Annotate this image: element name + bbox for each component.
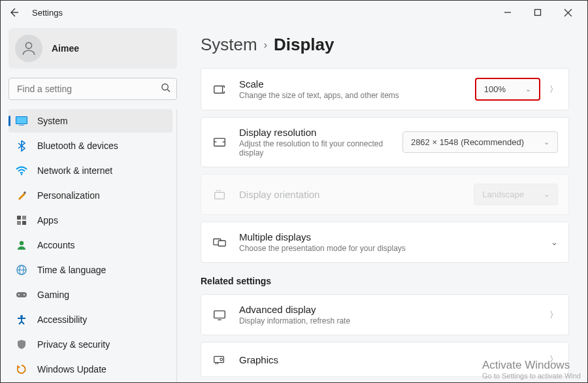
svg-rect-13 (22, 216, 26, 220)
chevron-down-icon[interactable]: ⌄ (551, 237, 558, 247)
sidebar-item-accounts[interactable]: Accounts (8, 233, 172, 257)
sidebar-item-privacy-security[interactable]: Privacy & security (8, 333, 172, 356)
graphics-icon (212, 352, 227, 367)
brush-icon (15, 189, 28, 202)
sidebar-item-network-internet[interactable]: Network & internet (8, 159, 172, 182)
svg-rect-15 (22, 221, 26, 225)
scale-value: 100% (484, 84, 506, 94)
orientation-row: Display orientation Landscape ⌄ (201, 174, 569, 215)
monitor-icon (212, 307, 227, 323)
multiple-sub: Choose the presentation mode for your di… (239, 244, 542, 253)
svg-rect-12 (17, 216, 21, 220)
breadcrumb-parent[interactable]: System (201, 35, 257, 55)
svg-line-6 (167, 90, 170, 92)
sidebar-item-label: Windows Update (37, 364, 106, 375)
sidebar: Aimee SystemBluetooth & devicesNetwork &… (1, 24, 185, 382)
scale-sub: Change the size of text, apps, and other… (239, 91, 475, 100)
graphics-row[interactable]: Graphics 〉 (201, 342, 569, 377)
search-input[interactable] (8, 78, 177, 100)
close-icon (564, 8, 572, 17)
sidebar-item-bluetooth-devices[interactable]: Bluetooth & devices (8, 134, 172, 158)
chevron-down-icon: ⌄ (544, 138, 549, 146)
chevron-right-icon[interactable]: 〉 (549, 84, 558, 95)
main-panel: System › Display Scale Change the size o… (185, 24, 587, 382)
search-icon (161, 83, 171, 95)
resolution-row[interactable]: Display resolution Adjust the resolution… (201, 117, 569, 167)
system-icon (15, 114, 28, 127)
svg-point-31 (220, 190, 221, 191)
svg-point-21 (18, 294, 20, 295)
profile-name: Aimee (52, 43, 79, 54)
sidebar-item-label: Personalization (37, 190, 100, 201)
nav-list: SystemBluetooth & devicesNetwork & inter… (8, 109, 177, 382)
scale-row[interactable]: Scale Change the size of text, apps, and… (201, 68, 569, 110)
avatar (15, 35, 42, 62)
svg-point-29 (216, 190, 218, 191)
sidebar-item-time-language[interactable]: Time & language (8, 258, 172, 282)
related-heading: Related settings (201, 276, 569, 286)
svg-point-22 (24, 294, 25, 295)
sidebar-item-label: Accounts (37, 240, 75, 250)
resolution-value: 2862 × 1548 (Recommended) (411, 137, 524, 147)
minimize-button[interactable] (498, 3, 517, 22)
advanced-display-row[interactable]: Advanced display Display information, re… (201, 294, 569, 335)
profile-box[interactable]: Aimee (8, 28, 177, 69)
svg-point-16 (20, 241, 24, 245)
svg-rect-34 (214, 310, 225, 318)
scale-dropdown[interactable]: 100% ⌄ (475, 78, 540, 101)
svg-point-4 (25, 42, 31, 48)
maximize-button[interactable] (529, 3, 547, 22)
svg-point-10 (21, 174, 22, 175)
scale-icon (212, 82, 227, 97)
sidebar-item-accessibility[interactable]: Accessibility (8, 308, 172, 331)
sidebar-item-windows-update[interactable]: Windows Update (8, 358, 172, 381)
sidebar-item-apps[interactable]: Apps (8, 208, 172, 232)
svg-point-39 (220, 358, 223, 361)
graphics-title: Graphics (239, 354, 540, 365)
sidebar-item-label: Time & language (37, 265, 106, 275)
sidebar-item-label: Network & internet (37, 165, 112, 176)
window-title: Settings (32, 8, 63, 18)
arrow-left-icon (8, 7, 19, 18)
orientation-title: Display orientation (239, 189, 474, 200)
svg-rect-33 (218, 241, 225, 246)
resolution-dropdown[interactable]: 2862 × 1548 (Recommended) ⌄ (402, 131, 558, 153)
breadcrumb-current: Display (274, 35, 335, 55)
maximize-icon (534, 8, 542, 16)
chevron-right-icon[interactable]: 〉 (549, 309, 558, 321)
bluetooth-icon (15, 139, 28, 152)
sidebar-item-gaming[interactable]: Gaming (8, 283, 172, 307)
svg-point-23 (20, 315, 23, 318)
update-icon (15, 363, 28, 376)
advanced-title: Advanced display (239, 304, 540, 315)
person-icon (20, 40, 37, 57)
sidebar-item-label: Accessibility (37, 314, 87, 325)
minimize-icon (504, 8, 512, 16)
sidebar-item-system[interactable]: System (8, 109, 172, 133)
multiple-displays-row[interactable]: Multiple displays Choose the presentatio… (201, 222, 569, 263)
sidebar-item-label: Privacy & security (37, 339, 110, 350)
svg-rect-28 (215, 192, 225, 199)
svg-point-5 (162, 84, 168, 90)
multiple-title: Multiple displays (239, 231, 542, 242)
back-button[interactable] (6, 5, 22, 20)
globe-icon (15, 263, 28, 276)
orientation-icon (212, 187, 227, 203)
scale-title: Scale (239, 78, 475, 90)
close-button[interactable] (559, 3, 577, 22)
svg-rect-20 (16, 292, 27, 297)
chevron-right-icon[interactable]: 〉 (549, 354, 558, 365)
gaming-icon (15, 288, 28, 301)
multiple-displays-icon (212, 235, 227, 250)
window-controls (498, 3, 582, 22)
svg-point-30 (218, 190, 219, 191)
wifi-icon (15, 164, 28, 177)
sidebar-item-personalization[interactable]: Personalization (8, 184, 172, 207)
accessibility-icon (15, 313, 28, 326)
svg-rect-8 (16, 117, 27, 124)
apps-icon (15, 214, 28, 227)
chevron-down-icon: ⌄ (544, 190, 549, 199)
titlebar: Settings (1, 1, 587, 24)
resolution-icon (212, 135, 227, 150)
sidebar-item-label: System (37, 116, 68, 126)
